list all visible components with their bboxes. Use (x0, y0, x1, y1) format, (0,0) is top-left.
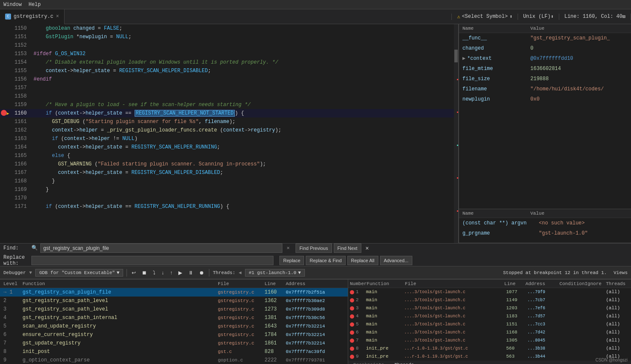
breakpoint-dot-5 (350, 322, 354, 327)
debugger-toolbar: Debugger ▼ GDB for "Custom Executable" ▼… (0, 266, 631, 279)
cursor-position[interactable]: Line: 1160, Col: 40 ⊞ (559, 14, 631, 20)
breakpoint-dot-4 (350, 314, 354, 319)
tab-threads[interactable]: Threads (389, 361, 419, 364)
find-row: Find: 🔍 ✕ Find Previous Find Next × (3, 244, 628, 253)
code-scrollbar[interactable] (454, 24, 458, 243)
bp-row-9[interactable]: 9 init_pre ...r-1.0-1.19.3/gst/gst.c 563… (348, 353, 631, 361)
var-row-changed[interactable]: changed 0 (459, 43, 631, 53)
menu-bar: Window Help (0, 0, 631, 9)
var-row-mtime[interactable]: file_mtime 1636602814 (459, 64, 631, 74)
stack-row-9[interactable]: 9 g_option_context_parse goption.c 2222 … (0, 356, 348, 364)
bp-row-5[interactable]: 5 main ....3/tools/gst-launch.c 1151 ...… (348, 320, 631, 328)
file-tab[interactable]: C gstregistry.c × (0, 9, 65, 24)
find-bar: Find: 🔍 ✕ Find Previous Find Next × Repl… (0, 243, 631, 266)
code-line-1164: 1164 context->helper_state = REGISTRY_SC… (0, 143, 458, 151)
minimap-marker4 (457, 177, 458, 179)
minimap-marker5 (457, 210, 458, 212)
bp-row-1[interactable]: 1 main ....3/tools/gst-launch.c 1077 ...… (348, 288, 631, 296)
replace-buttons: Replace Replace & Find Replace All Advan… (279, 256, 412, 265)
stack-row-4[interactable]: 4 gst_registry_scan_path_internal gstreg… (0, 314, 348, 322)
panel-tabs: Breakpoints Threads (348, 361, 631, 364)
find-label: Find: (3, 245, 29, 251)
debugger-label: Debugger (3, 270, 26, 275)
code-line-1152: 1152 (0, 41, 458, 50)
bp-row-7[interactable]: 7 main ....3/tools/gst-launch.c 1305 ...… (348, 336, 631, 344)
bp-row-6[interactable]: 6 main ....3/tools/gst-launch.c 1168 ...… (348, 328, 631, 336)
stack-row-6[interactable]: 6 ensure_current_registry gstregistry.c … (0, 330, 348, 339)
replace-input[interactable] (31, 256, 273, 265)
stack-header: Level Function File Line Address (0, 280, 348, 288)
stack-row-1[interactable]: → 1 gst_registry_scan_plugin_file gstreg… (0, 288, 348, 297)
breakpoint-dot-8 (350, 347, 354, 351)
debug-pause-btn[interactable]: ⏸ (187, 270, 194, 276)
stack-row-2[interactable]: 2 gst_registry_scan_path_level gstregist… (0, 297, 348, 305)
stack-row-3[interactable]: 3 gst_registry_scan_path_level gstregist… (0, 305, 348, 314)
code-line-1159: 1159 /* Have a plugin to load - see if t… (0, 101, 458, 109)
breakpoint-dot-2 (350, 298, 354, 302)
bottom-panels: Level Function File Line Address → 1 gst… (0, 279, 631, 364)
var-row-size[interactable]: file_size 219888 (459, 74, 631, 84)
stack-row-8[interactable]: 8 init_post gst.c 828 0x7ffff7ac39fd (0, 347, 348, 356)
views-label[interactable]: Views (614, 270, 628, 275)
find-clear-icon[interactable]: ✕ (287, 245, 290, 251)
code-line-1167: 1167 context->helper_state = REGISTRY_SC… (0, 168, 458, 177)
breakpoint-dot-7 (350, 339, 354, 343)
debugger-dropdown[interactable]: GDB for "Custom Executable" ▼ (35, 269, 123, 277)
debug-step-over-btn[interactable]: ⤵ (152, 270, 157, 276)
stack-row-5[interactable]: 5 scan_and_update_registry gstregistry.c… (0, 322, 348, 330)
debugger-status: Stopped at breakpoint 12 in thread 1. (503, 270, 607, 275)
debug-step-into-btn[interactable]: ↓ (160, 270, 165, 276)
minimap-marker3 (457, 145, 458, 146)
code-line-1155: 1155 context->helper_state = REGISTRY_SC… (0, 67, 458, 75)
menu-help[interactable]: Help (28, 2, 41, 8)
stack-row-7[interactable]: 7 gst_update_registry gstregistry.c 1861… (0, 339, 348, 347)
var-row-func[interactable]: __func__ "gst_registry_scan_plugin_ (459, 33, 631, 43)
code-line-1151: 1151 GstPlugin *newplugin = NULL; (0, 33, 458, 41)
panel-tabs-container: Breakpoints Threads (348, 361, 631, 364)
locals-section: Name Value (const char **) argvn <no suc… (459, 209, 631, 243)
find-prev-button[interactable]: Find Previous (296, 244, 332, 253)
symbol-selector[interactable]: ⚠ <Select Symbol> ⬍ (451, 14, 518, 20)
tab-filename: gstregistry.c (14, 14, 54, 20)
line-ending[interactable]: Unix (LF) ⬍ (518, 14, 559, 20)
debug-step-out-btn[interactable]: ↑ (169, 270, 174, 276)
code-line-1150: 1150 gboolean changed = FALSE; (0, 24, 458, 33)
bp-row-4[interactable]: 4 main ....3/tools/gst-launch.c 1183 ...… (348, 312, 631, 320)
replace-all-button[interactable]: Replace All (347, 256, 378, 265)
threads-dropdown[interactable]: #1 gst-launch-1.0 ▼ (245, 269, 305, 277)
find-input[interactable] (40, 244, 282, 253)
replace-find-button[interactable]: Replace & Find (306, 256, 345, 265)
debug-restart-btn[interactable]: ↩ (130, 270, 137, 276)
code-editor[interactable]: 1150 gboolean changed = FALSE; 1151 GstP… (0, 24, 459, 243)
local-row-argvn[interactable]: (const char **) argvn <no such value> (459, 218, 631, 228)
toolbar-sep2 (209, 269, 209, 277)
code-line-1163: 1163 if (context->helper != NULL) (0, 134, 458, 143)
local-row-prgname[interactable]: g_prgname "gst-launch-1.0" (459, 228, 631, 238)
watermark: CSDN @hongszi (595, 358, 628, 362)
replace-button[interactable]: Replace (279, 256, 304, 265)
bp-row-2[interactable]: 2 main ....3/tools/gst-launch.c 1149 ...… (348, 296, 631, 304)
debug-continue-btn[interactable]: ▶ (177, 270, 183, 276)
advanced-button[interactable]: Advanced... (380, 256, 412, 265)
var-row-context[interactable]: ▶*context @0x7ffffffdd10 (459, 53, 631, 64)
code-line-1154: 1154 /* Disable external plugin loader o… (0, 58, 458, 67)
debug-stop-btn[interactable]: ⏹ (141, 270, 148, 276)
var-row-filename[interactable]: filename "/home/hui/disk4t/codes/ (459, 84, 631, 94)
breakpoint-dot-6 (350, 330, 354, 335)
tab-breakpoints[interactable]: Breakpoints (348, 361, 389, 364)
bp-row-3[interactable]: 3 main ....3/tools/gst-launch.c 1203 ...… (348, 304, 631, 312)
var-row-newplugin[interactable]: newplugin 0x0 (459, 94, 631, 104)
right-panel: Name Value __func__ "gst_registry_scan_p… (459, 24, 631, 243)
find-close-button[interactable]: × (364, 245, 371, 252)
scrollbar-thumb (454, 50, 458, 62)
find-next-button[interactable]: Find Next (334, 244, 361, 253)
menu-window[interactable]: Window (3, 2, 22, 8)
bp-row-8[interactable]: 8 init_pre ...r-1.0-1.19.3/gst/gst.c 560… (348, 344, 631, 353)
tab-close[interactable]: × (56, 14, 59, 20)
bp-table-header: Number Function File Line Address Condit… (348, 280, 631, 288)
code-line-1171: 1171 if (context->helper_state == REGIST… (0, 202, 458, 211)
replace-label: Replace with: (3, 255, 29, 266)
stack-panel: Level Function File Line Address → 1 gst… (0, 280, 348, 364)
debug-record-btn[interactable]: ⏺ (198, 270, 206, 276)
code-scroll: 1150 gboolean changed = FALSE; 1151 GstP… (0, 24, 458, 243)
